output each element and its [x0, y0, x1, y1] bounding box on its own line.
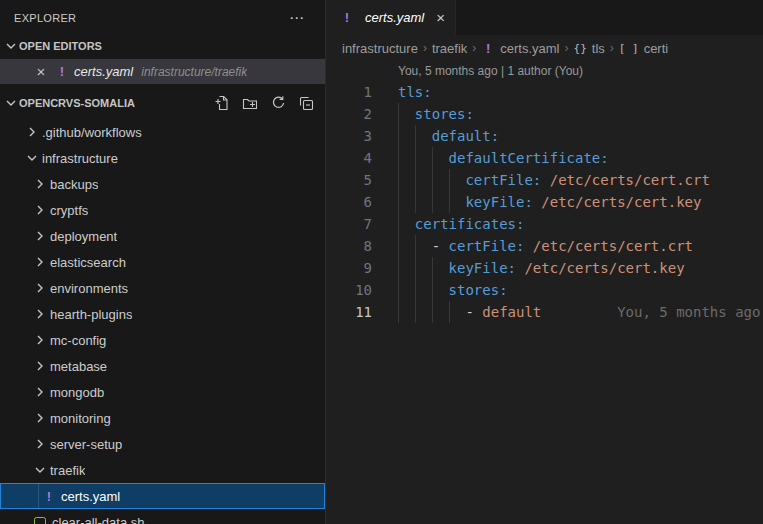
- yaml-dash: -: [432, 235, 449, 257]
- yaml-value: /etc/certs/cert.crt: [541, 169, 710, 191]
- tree-item-mongodb[interactable]: mongodb: [0, 379, 325, 405]
- new-folder-icon[interactable]: [239, 92, 261, 114]
- tree-item-certs-yaml[interactable]: !certs.yaml: [0, 483, 325, 509]
- line-number[interactable]: 10: [326, 279, 372, 301]
- tree-item-label: certs.yaml: [61, 489, 120, 504]
- breadcrumb-item-tls[interactable]: {}tls: [574, 41, 605, 56]
- line-number[interactable]: 4: [326, 147, 372, 169]
- breadcrumb-item-certs-yaml[interactable]: !certs.yaml: [481, 41, 559, 56]
- tree-item-infrastructure[interactable]: infrastructure: [0, 145, 325, 171]
- tab-close-icon[interactable]: ×: [436, 9, 445, 26]
- yaml-key: stores:: [415, 103, 474, 125]
- chevron-right-icon: [32, 358, 48, 374]
- collapse-all-icon[interactable]: [295, 92, 317, 114]
- tree-item-hearth-plugins[interactable]: hearth-plugins: [0, 301, 325, 327]
- line-number[interactable]: 6: [326, 191, 372, 213]
- line-number[interactable]: 5: [326, 169, 372, 191]
- line-number[interactable]: 2: [326, 103, 372, 125]
- tree-item-clear-all-data-sh[interactable]: clear-all-data.sh: [0, 509, 325, 524]
- tree-item-label: environments: [50, 281, 128, 296]
- yaml-icon: !: [481, 41, 495, 56]
- refresh-icon[interactable]: [267, 92, 289, 114]
- more-actions-icon[interactable]: ⋯: [289, 9, 305, 27]
- code-editor[interactable]: You, 5 months ago | 1 author (You) 1tls:…: [326, 61, 763, 524]
- tree-item-metabase[interactable]: metabase: [0, 353, 325, 379]
- line-number[interactable]: 8: [326, 235, 372, 257]
- workspace-header[interactable]: OPENCRVS-SOMALIA: [0, 91, 325, 115]
- tree-item-monitoring[interactable]: monitoring: [0, 405, 325, 431]
- tree-item-server-setup[interactable]: server-setup: [0, 431, 325, 457]
- yaml-value: /etc/certs/cert.crt: [524, 235, 693, 257]
- tree-item-deployment[interactable]: deployment: [0, 223, 325, 249]
- tree-item-cryptfs[interactable]: cryptfs: [0, 197, 325, 223]
- breadcrumb-label: certi: [644, 41, 669, 56]
- tree-item-label: metabase: [50, 359, 107, 374]
- code-line-11[interactable]: 11- defaultYou, 5 months ago w: [326, 301, 763, 323]
- code-line-10[interactable]: 10stores:: [326, 279, 763, 301]
- chevron-down-icon: [24, 150, 40, 166]
- line-number[interactable]: 3: [326, 125, 372, 147]
- open-editor-description: infrastructure/traefik: [141, 65, 247, 79]
- chevron-right-icon: [32, 384, 48, 400]
- breadcrumb: infrastructure›traefik›!certs.yaml›{}tls…: [326, 35, 763, 61]
- open-editors-header[interactable]: OPEN EDITORS: [0, 35, 325, 57]
- workspace-label: OPENCRVS-SOMALIA: [19, 97, 135, 109]
- breadcrumb-item-infrastructure[interactable]: infrastructure: [342, 41, 418, 56]
- chevron-right-icon: [32, 202, 48, 218]
- chevron-down-icon: [3, 38, 19, 54]
- new-file-icon[interactable]: [211, 92, 233, 114]
- tree-item-label: clear-all-data.sh: [52, 515, 145, 524]
- chevron-right-icon: [32, 306, 48, 322]
- tree-item-environments[interactable]: environments: [0, 275, 325, 301]
- line-number[interactable]: 11: [326, 301, 372, 323]
- symbol-object-icon: {}: [574, 42, 587, 55]
- code-line-content: defaultCertificate:: [372, 147, 609, 169]
- tree-item-backups[interactable]: backups: [0, 171, 325, 197]
- explorer-title: EXPLORER: [14, 12, 76, 24]
- breadcrumb-label: traefik: [432, 41, 467, 56]
- tree-item-elasticsearch[interactable]: elasticsearch: [0, 249, 325, 275]
- line-number[interactable]: 1: [326, 81, 372, 103]
- line-number[interactable]: 9: [326, 257, 372, 279]
- code-line-1[interactable]: 1tls:: [326, 81, 763, 103]
- git-authors-codelens[interactable]: You, 5 months ago | 1 author (You): [326, 61, 763, 81]
- code-line-4[interactable]: 4defaultCertificate:: [326, 147, 763, 169]
- breadcrumb-separator-icon: ›: [610, 41, 614, 55]
- indent-guides: [398, 169, 465, 191]
- code-line-8[interactable]: 8- certFile: /etc/certs/cert.crt: [326, 235, 763, 257]
- chevron-right-icon: [32, 436, 48, 452]
- line-number[interactable]: 7: [326, 213, 372, 235]
- code-line-2[interactable]: 2stores:: [326, 103, 763, 125]
- tree-item-label: mc-config: [50, 333, 106, 348]
- tree-item-github-workflows[interactable]: .github/workflows: [0, 119, 325, 145]
- code-line-7[interactable]: 7certificates:: [326, 213, 763, 235]
- symbol-array-icon: [ ]: [619, 42, 639, 55]
- chevron-right-icon: [32, 332, 48, 348]
- git-blame-annotation: You, 5 months ago w: [617, 301, 763, 323]
- code-line-6[interactable]: 6keyFile: /etc/certs/cert.key: [326, 191, 763, 213]
- tree-item-label: mongodb: [50, 385, 104, 400]
- open-editor-filename: certs.yaml: [74, 64, 133, 79]
- tree-item-label: infrastructure: [42, 151, 118, 166]
- breadcrumb-item-traefik[interactable]: traefik: [432, 41, 467, 56]
- yaml-key: keyFile:: [465, 191, 532, 213]
- breadcrumb-item-certi[interactable]: [ ]certi: [619, 41, 668, 56]
- code-line-9[interactable]: 9keyFile: /etc/certs/cert.key: [326, 257, 763, 279]
- code-line-5[interactable]: 5certFile: /etc/certs/cert.crt: [326, 169, 763, 191]
- close-icon[interactable]: ×: [33, 63, 49, 80]
- vscode-window: EXPLORER ⋯ OPEN EDITORS × ! certs.yaml i…: [0, 0, 763, 524]
- code-line-3[interactable]: 3default:: [326, 125, 763, 147]
- indent-guides: [398, 125, 432, 147]
- tree-item-traefik[interactable]: traefik: [0, 457, 325, 483]
- open-editor-item[interactable]: × ! certs.yaml infrastructure/traefik: [0, 59, 325, 84]
- tree-item-label: elasticsearch: [50, 255, 126, 270]
- tab-label: certs.yaml: [365, 10, 424, 25]
- breadcrumb-separator-icon: ›: [423, 41, 427, 55]
- tree-item-label: .github/workflows: [42, 125, 142, 140]
- tab-bar: ! certs.yaml ×: [326, 0, 763, 35]
- chevron-right-icon: [32, 254, 48, 270]
- tab-certs-yaml[interactable]: ! certs.yaml ×: [326, 0, 456, 35]
- tree-item-mc-config[interactable]: mc-config: [0, 327, 325, 353]
- yaml-dash: -: [465, 301, 482, 323]
- chevron-right-icon: [32, 410, 48, 426]
